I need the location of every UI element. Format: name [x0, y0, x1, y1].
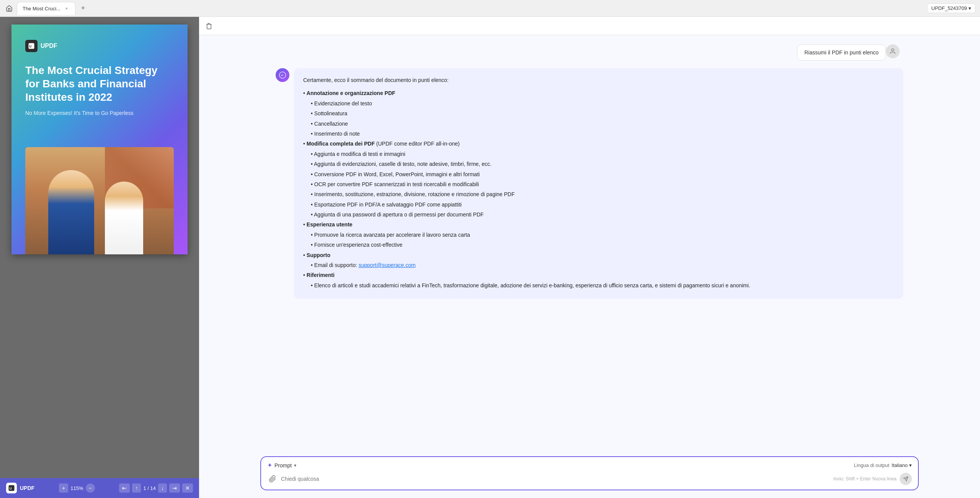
- sub-list-1: Evidenziazione del testo Sottolineatura …: [303, 99, 894, 138]
- sub-item: Aggiunta e modifica di testi e immagini: [303, 150, 894, 158]
- list-item: Annotazione e organizzazione PDF Evidenz…: [303, 89, 894, 138]
- pdf-logo-text: UPDF: [41, 43, 57, 49]
- ai-panel: Riassumi il PDF in punti elenco: [199, 17, 980, 498]
- user-message: Riassumi il PDF in punti elenco: [276, 44, 903, 61]
- pdf-document-subtitle: No More Expenses! It's Time to Go Paperl…: [25, 110, 174, 116]
- attach-button[interactable]: [267, 473, 278, 484]
- sub-item: Sottolineatura: [303, 109, 894, 118]
- pdf-content: U UPDF The Most Crucial Strategy for Ban…: [0, 17, 199, 478]
- pdf-panel: U UPDF The Most Crucial Strategy for Ban…: [0, 17, 199, 498]
- ai-input-top: ✦ Prompt ▾ Lingua di output Italiano ▾: [267, 462, 912, 469]
- svg-text:U: U: [10, 487, 12, 490]
- sub-item: Promuove la ricerca avanzata per acceler…: [303, 231, 894, 239]
- ai-message: Certamente, ecco il sommario del documen…: [276, 68, 903, 299]
- sub-item: Evidenziazione del testo: [303, 99, 894, 108]
- clear-chat-button[interactable]: [204, 21, 214, 31]
- tab-bar: The Most Cruci... × + UPDF_5243709 ▾: [0, 0, 980, 17]
- support-email-link[interactable]: support@superace.com: [359, 262, 416, 268]
- send-button[interactable]: [900, 473, 912, 485]
- list-item: Esperienza utente Promuove la ricerca av…: [303, 220, 894, 249]
- list-item: Modifica completa dei PDF (UPDF come edi…: [303, 139, 894, 219]
- first-page-button[interactable]: ⇤: [119, 483, 130, 493]
- section-title-1: Annotazione e organizzazione PDF: [307, 90, 395, 96]
- pdf-bottom-bar: U UPDF + 115% − ⇤ ↑ 1 / 14 ↓ ⇥ ✕: [0, 478, 199, 498]
- pdf-page: U UPDF The Most Crucial Strategy for Ban…: [11, 25, 188, 254]
- next-page-button[interactable]: ↓: [158, 483, 167, 493]
- sub-item: Conversione PDF in Word, Excel, PowerPoi…: [303, 170, 894, 179]
- sub-item: Esportazione PDF in PDF/A e salvataggio …: [303, 200, 894, 209]
- account-label: UPDF_5243709: [931, 5, 967, 11]
- page-indicator: 1 / 14: [143, 485, 156, 491]
- sub-list-3: Promuove la ricerca avanzata per acceler…: [303, 231, 894, 249]
- person-right-silhouette: [105, 182, 143, 254]
- language-label: Lingua di output: [854, 462, 890, 468]
- sub-item: OCR per convertire PDF scannerizzati in …: [303, 180, 894, 188]
- prompt-label: Prompt: [274, 462, 292, 469]
- home-icon[interactable]: [5, 4, 14, 13]
- ai-response-list: Annotazione e organizzazione PDF Evidenz…: [303, 89, 894, 290]
- sub-item: Aggiunta di evidenziazioni, caselle di t…: [303, 160, 894, 168]
- ai-bubble: Certamente, ecco il sommario del documen…: [294, 68, 903, 299]
- ai-input-area: ✦ Prompt ▾ Lingua di output Italiano ▾: [260, 456, 919, 490]
- close-page-button[interactable]: ✕: [182, 483, 193, 493]
- sub-item: Fornisce un'esperienza cost-effective: [303, 241, 894, 249]
- account-button[interactable]: UPDF_5243709 ▾: [927, 3, 975, 13]
- sub-list-4: Email di supporto: support@superace.com: [303, 261, 894, 269]
- language-chevron-icon: ▾: [909, 462, 912, 468]
- tab-bar-right: UPDF_5243709 ▾: [927, 3, 975, 13]
- svg-point-4: [892, 49, 894, 51]
- last-page-button[interactable]: ⇥: [169, 483, 180, 493]
- section-title-3: Esperienza utente: [307, 221, 353, 228]
- tab-close-button[interactable]: ×: [64, 5, 70, 11]
- zoom-controls: + 115% −: [59, 483, 95, 493]
- pdf-cover-image: [25, 147, 174, 254]
- send-hint-text: Invio; Shift + Enter Nuova linea: [833, 476, 897, 482]
- ai-intro-text: Certamente, ecco il sommario del documen…: [303, 76, 894, 84]
- list-item: Riferimenti Elenco di articoli e studi a…: [303, 271, 894, 290]
- updf-brand-logo: U: [6, 483, 17, 493]
- sub-list-5: Elenco di articoli e studi accademici re…: [303, 281, 894, 290]
- updf-brand: U UPDF: [6, 483, 34, 493]
- prev-page-button[interactable]: ↑: [132, 483, 141, 493]
- language-value: Italiano: [892, 462, 908, 468]
- sub-item: Aggiunta di una password di apertura o d…: [303, 210, 894, 219]
- language-select-button[interactable]: Italiano ▾: [892, 462, 912, 468]
- user-avatar: [886, 44, 900, 58]
- zoom-out-button[interactable]: −: [86, 483, 95, 493]
- pdf-photo: [25, 147, 174, 254]
- section-title-5: Riferimenti: [307, 272, 335, 278]
- sub-item: Cancellazione: [303, 120, 894, 128]
- prompt-chevron-icon: ▾: [294, 463, 296, 468]
- person-left-silhouette: [48, 170, 94, 254]
- chat-input[interactable]: [281, 476, 830, 482]
- ai-messages: Riassumi il PDF in punti elenco: [199, 35, 980, 456]
- ai-input-bottom: Invio; Shift + Enter Nuova linea: [267, 473, 912, 485]
- ai-toolbar: [199, 17, 980, 35]
- pdf-document-title: The Most Crucial Strategy for Banks and …: [25, 64, 174, 104]
- section-title-2-suffix: (UPDF come editor PDF all-in-one): [376, 141, 460, 147]
- sub-item: Elenco di articoli e studi accademici re…: [303, 281, 894, 290]
- pdf-cover: U UPDF The Most Crucial Strategy for Ban…: [11, 25, 188, 254]
- add-tab-button[interactable]: +: [78, 3, 88, 14]
- user-bubble: Riassumi il PDF in punti elenco: [797, 44, 886, 61]
- user-message-text: Riassumi il PDF in punti elenco: [804, 49, 879, 56]
- account-chevron: ▾: [969, 5, 971, 11]
- ai-avatar: [276, 68, 289, 82]
- tab-label: The Most Cruci...: [23, 6, 60, 11]
- ai-sparkle-icon: ✦: [267, 462, 272, 469]
- svg-text:U: U: [29, 44, 31, 48]
- updf-logo-icon: U: [25, 40, 38, 52]
- sub-list-2: Aggiunta e modifica di testi e immagini …: [303, 150, 894, 219]
- zoom-in-button[interactable]: +: [59, 483, 68, 493]
- list-item: Supporto Email di supporto: support@supe…: [303, 251, 894, 270]
- updf-brand-text: UPDF: [20, 485, 34, 491]
- section-title-4: Supporto: [307, 252, 330, 258]
- pdf-tab[interactable]: The Most Cruci... ×: [17, 2, 75, 15]
- sub-item: Inserimento di note: [303, 129, 894, 138]
- pdf-navigation-controls: ⇤ ↑ 1 / 14 ↓ ⇥ ✕: [119, 483, 193, 493]
- zoom-level: 115%: [70, 485, 83, 491]
- main-content: U UPDF The Most Crucial Strategy for Ban…: [0, 17, 980, 498]
- prompt-button[interactable]: ✦ Prompt ▾: [267, 462, 296, 469]
- section-title-2: Modifica completa dei PDF: [307, 141, 375, 147]
- sub-item: Email di supporto: support@superace.com: [303, 261, 894, 269]
